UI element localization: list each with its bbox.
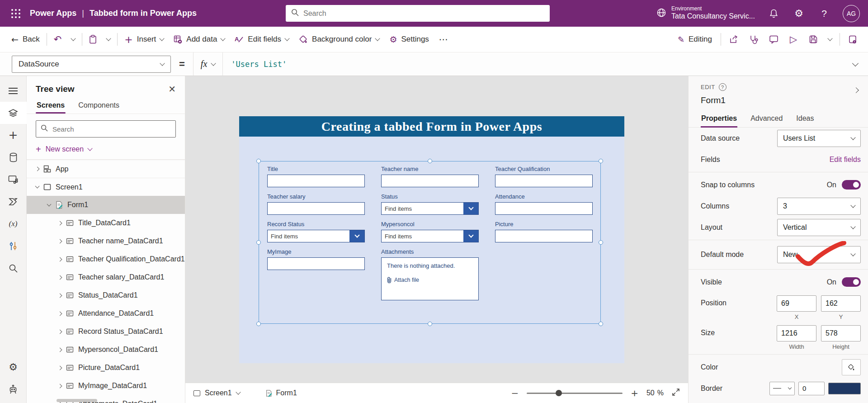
tree-item-datacard[interactable]: Teacher name_DataCard1	[27, 232, 185, 250]
chevron-right-icon[interactable]	[58, 384, 62, 388]
rail-data-icon[interactable]	[0, 146, 27, 168]
position-x-input[interactable]: 69	[777, 295, 816, 312]
rail-settings-gear-icon[interactable]: ⚙	[0, 356, 27, 378]
rail-variables-icon[interactable]: (x)	[0, 213, 27, 235]
edit-fields-button[interactable]: A Edit fields	[230, 30, 294, 48]
notifications-bell-icon[interactable]	[767, 7, 780, 20]
layout-select[interactable]: Vertical	[777, 219, 861, 236]
chevron-right-icon[interactable]	[58, 347, 62, 352]
tree-search[interactable]	[36, 120, 176, 137]
border-style-select[interactable]	[769, 382, 795, 395]
resize-handle[interactable]	[256, 159, 261, 163]
form-control-selection[interactable]: Title Teacher name Teacher Qualification…	[259, 161, 601, 324]
chevron-right-icon[interactable]	[58, 293, 62, 298]
undo-menu-button[interactable]	[66, 30, 80, 48]
resize-handle[interactable]	[599, 159, 603, 163]
chevron-right-icon[interactable]	[58, 329, 62, 334]
rail-insert-icon[interactable]: +	[0, 124, 27, 146]
rail-tree-view-icon[interactable]	[0, 102, 27, 124]
share-icon[interactable]	[725, 30, 743, 48]
comments-icon[interactable]	[764, 30, 783, 48]
tab-advanced[interactable]: Advanced	[750, 113, 783, 127]
chevron-right-icon[interactable]	[58, 311, 62, 316]
rail-power-automate-icon[interactable]	[0, 190, 27, 213]
rail-advanced-tools-icon[interactable]	[0, 235, 27, 257]
dropdown[interactable]: Find items	[381, 230, 479, 242]
chevron-right-icon[interactable]	[58, 365, 62, 370]
attach-file-link[interactable]: Attach file	[387, 277, 473, 283]
snap-toggle[interactable]	[842, 180, 861, 190]
form-tab[interactable]: Form1	[265, 389, 297, 397]
save-icon[interactable]	[804, 30, 822, 48]
resize-handle[interactable]	[599, 240, 603, 245]
help-icon[interactable]: ?	[817, 7, 831, 20]
screen-tab[interactable]: Screen1	[193, 389, 240, 397]
paste-menu-button[interactable]	[102, 30, 115, 48]
rail-copilot-robot-icon[interactable]	[0, 378, 27, 400]
text-input[interactable]	[381, 175, 479, 187]
border-width-input[interactable]: 0	[798, 382, 825, 395]
position-y-input[interactable]: 162	[821, 295, 861, 312]
back-button[interactable]: ← Back	[6, 30, 45, 48]
data-source-select[interactable]: Users List	[777, 130, 861, 147]
color-picker-button[interactable]	[842, 359, 861, 375]
zoom-in-button[interactable]: +	[631, 388, 638, 398]
form-header-banner[interactable]: Creating a tabbed Form in Power Apps	[239, 116, 624, 137]
chevron-right-icon[interactable]	[58, 257, 62, 261]
zoom-slider[interactable]	[527, 393, 623, 394]
default-mode-select[interactable]: New	[777, 246, 861, 263]
resize-handle[interactable]	[428, 322, 432, 326]
text-input[interactable]	[267, 175, 365, 187]
add-data-button[interactable]: Add data	[169, 30, 230, 48]
formula-input[interactable]: 'Users List'	[222, 52, 843, 76]
text-input[interactable]	[495, 175, 593, 187]
undo-button[interactable]: ↶	[49, 30, 67, 48]
app-screen[interactable]: Creating a tabbed Form in Power Apps Tit…	[239, 116, 624, 363]
text-input[interactable]	[267, 202, 365, 215]
resize-handle[interactable]	[599, 322, 603, 326]
chevron-down-icon[interactable]	[35, 184, 40, 189]
help-circle-icon[interactable]: ?	[719, 83, 726, 91]
tree-item-screen1[interactable]: Screen1	[27, 178, 185, 196]
rail-search-icon[interactable]	[0, 257, 27, 279]
tree-search-input[interactable]	[52, 125, 171, 133]
avatar[interactable]: AG	[843, 5, 860, 22]
text-input[interactable]	[495, 230, 593, 242]
app-name[interactable]: Power Apps	[30, 9, 76, 18]
chevron-right-icon[interactable]	[58, 275, 62, 280]
chevron-down-icon[interactable]	[47, 202, 52, 206]
dropdown-chevron-icon[interactable]	[349, 230, 364, 242]
dropdown[interactable]: Find items	[381, 202, 479, 215]
chevron-right-icon[interactable]	[58, 221, 62, 225]
attachments-control[interactable]: There is nothing attached. Attach file	[381, 257, 479, 300]
editing-mode-button[interactable]: ✎ Editing	[673, 30, 717, 48]
background-color-button[interactable]: Background color	[294, 30, 384, 48]
waffle-menu-icon[interactable]	[8, 6, 24, 21]
tree-item-datacard[interactable]: Status_DataCard1	[27, 286, 185, 304]
tree-item-datacard[interactable]: Picture_DataCard1	[27, 359, 185, 377]
environment-picker[interactable]: Environment Tata Consultancy Servic...	[656, 6, 755, 20]
insert-button[interactable]: + Insert	[119, 30, 169, 48]
close-icon[interactable]: ✕	[168, 85, 176, 94]
tree-item-form1[interactable]: Form1	[27, 196, 185, 214]
settings-gear-icon[interactable]: ⚙	[792, 7, 806, 20]
design-canvas[interactable]: Creating a tabbed Form in Power Apps Tit…	[185, 76, 688, 383]
app-checker-stethoscope-icon[interactable]	[745, 30, 763, 48]
tree-item-datacard[interactable]: Teacher Qualification_DataCard1	[27, 250, 185, 268]
tree-item-datacard[interactable]: Record Status_DataCard1	[27, 322, 185, 341]
zoom-out-button[interactable]: −	[511, 388, 519, 398]
tab-components[interactable]: Components	[77, 99, 120, 114]
columns-select[interactable]: 3	[777, 198, 861, 215]
border-color-swatch[interactable]	[828, 383, 861, 394]
paste-button[interactable]	[84, 30, 102, 48]
dropdown[interactable]: Find items	[267, 230, 365, 242]
rail-menu-icon[interactable]	[0, 80, 27, 102]
tree-item-datacard[interactable]: Mypersoncol_DataCard1	[27, 341, 185, 359]
settings-button[interactable]: ⚙ Settings	[384, 30, 434, 48]
dropdown-chevron-icon[interactable]	[463, 230, 478, 242]
resize-handle[interactable]	[256, 322, 261, 326]
rail-media-icon[interactable]	[0, 168, 27, 190]
new-screen-button[interactable]: + New screen	[27, 140, 185, 160]
text-input[interactable]	[267, 257, 365, 270]
formula-bar-expand-chevron[interactable]	[843, 63, 868, 66]
